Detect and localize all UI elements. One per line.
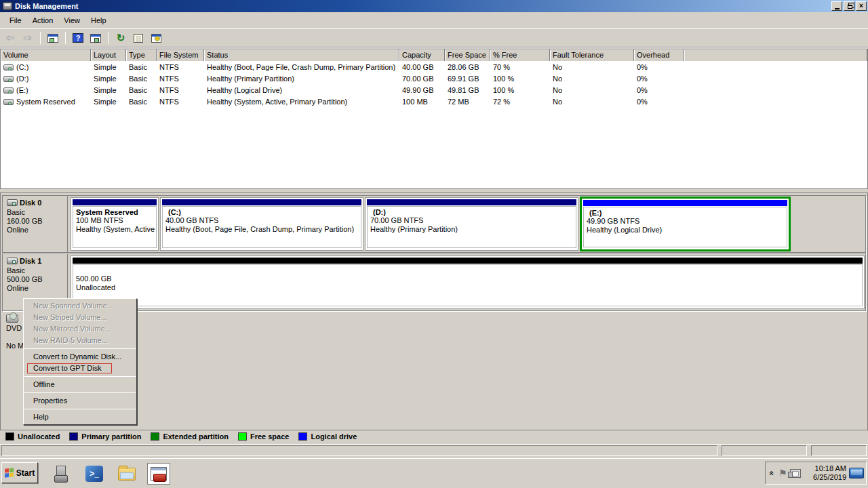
menu-view[interactable]: View — [58, 14, 85, 26]
column-header-pct-free[interactable]: % Free — [490, 49, 550, 61]
legend-swatch — [5, 432, 14, 441]
refresh-button[interactable]: ↻ — [113, 31, 128, 45]
column-header-fault-tolerance[interactable]: Fault Tolerance — [550, 49, 634, 61]
disk-0-partition-strip: System Reserved 100 MB NTFS Healthy (Sys… — [68, 196, 865, 252]
volume-row-e[interactable]: (E:) Simple Basic NTFS Healthy (Logical … — [1, 84, 867, 96]
title-bar: Disk Management × — [0, 0, 868, 12]
volume-name: System Reserved — [16, 98, 75, 106]
volume-free: 72 MB — [445, 97, 490, 106]
partition-system-reserved[interactable]: System Reserved 100 MB NTFS Healthy (Sys… — [71, 197, 159, 251]
volume-fs: NTFS — [157, 74, 204, 83]
volume-overhead: 0% — [634, 62, 684, 72]
powershell-icon: >_ — [85, 466, 103, 482]
disk-icon — [7, 258, 18, 264]
show-console-tree-button[interactable] — [45, 31, 60, 45]
network-icon[interactable] — [790, 469, 801, 478]
menu-item-new-spanned-volume: New Spanned Volume... — [24, 300, 136, 312]
taskbar-powershell-button[interactable]: >_ — [83, 463, 106, 485]
partition-name: (C:) — [165, 208, 358, 216]
show-action-pane-button[interactable] — [88, 31, 103, 45]
menu-item-offline[interactable]: Offline — [24, 379, 136, 390]
taskbar-server-manager-button[interactable] — [50, 463, 73, 485]
column-header-type[interactable]: Type — [126, 49, 157, 61]
disk-1-partition-strip: 500.00 GB Unallocated — [68, 254, 865, 310]
volume-free: 69.91 GB — [445, 74, 490, 83]
partition-name: (E:) — [587, 209, 784, 217]
volume-icon — [3, 87, 14, 94]
volume-pct-free: 100 % — [490, 74, 550, 83]
partition-size: 49.90 GB NTFS — [587, 217, 784, 226]
partition-size: 100 MB NTFS — [76, 216, 153, 225]
rescan-disks-button[interactable] — [149, 31, 163, 45]
menu-item-help[interactable]: Help — [24, 411, 136, 423]
volume-row-system-reserved[interactable]: System Reserved Simple Basic NTFS Health… — [1, 96, 867, 107]
menu-item-properties[interactable]: Properties — [24, 395, 136, 407]
tray-clock[interactable]: 10:18 AM 6/25/2019 — [804, 464, 846, 482]
show-hidden-icons-button[interactable]: « — [767, 469, 776, 477]
column-header-free-space[interactable]: Free Space — [445, 49, 490, 61]
menu-item-convert-to-dynamic-disk[interactable]: Convert to Dynamic Disk... — [24, 351, 136, 363]
volume-fault-tolerance: No — [550, 85, 634, 95]
disk-name: Disk 0 — [20, 199, 41, 207]
disk-size: 160.00 GB — [7, 217, 64, 226]
volume-capacity: 70.00 GB — [399, 74, 445, 83]
volume-type: Basic — [126, 62, 157, 72]
volume-fs: NTFS — [157, 62, 204, 72]
volume-status: Healthy (Boot, Page File, Crash Dump, Pr… — [204, 62, 399, 72]
volume-row-d[interactable]: (D:) Simple Basic NTFS Healthy (Primary … — [1, 73, 867, 84]
show-desktop-icon[interactable] — [849, 468, 864, 479]
menu-action[interactable]: Action — [27, 14, 59, 26]
column-header-capacity[interactable]: Capacity — [399, 49, 445, 61]
partition-type-bar — [73, 199, 157, 205]
disk-kind: Basic — [7, 266, 64, 275]
menu-help[interactable]: Help — [85, 14, 112, 26]
properties-button[interactable] — [131, 31, 146, 45]
taskbar: Start >_ « ⚑ 10:18 AM 6/25/2019 — [0, 458, 868, 488]
menu-separator — [24, 376, 136, 377]
column-header-volume[interactable]: Volume — [1, 49, 91, 61]
disk-0-label-panel[interactable]: Disk 0 Basic 160.00 GB Online — [3, 196, 68, 252]
partition-status: Healthy (System, Active — [76, 225, 153, 234]
volume-free: 49.81 GB — [445, 85, 490, 95]
menu-item-new-mirrored-volume: New Mirrored Volume... — [24, 323, 136, 335]
restore-button[interactable] — [844, 1, 854, 11]
close-button[interactable]: × — [856, 1, 867, 11]
menu-file[interactable]: File — [4, 14, 27, 26]
volume-capacity: 49.90 GB — [399, 85, 445, 95]
volume-fault-tolerance: No — [550, 74, 634, 83]
taskbar-file-explorer-button[interactable] — [115, 463, 138, 485]
column-header-file-system[interactable]: File System — [157, 49, 204, 61]
unallocated-region[interactable]: 500.00 GB Unallocated — [71, 256, 865, 309]
action-center-flag-icon[interactable]: ⚑ — [778, 468, 787, 479]
window-title: Disk Management — [15, 2, 831, 10]
volume-name: (C:) — [16, 63, 28, 71]
volume-icon — [3, 64, 14, 70]
toolbar-separator — [65, 32, 66, 44]
folder-icon — [118, 468, 136, 481]
minimize-button[interactable] — [831, 1, 842, 11]
menu-item-new-striped-volume: New Striped Volume... — [24, 312, 136, 323]
server-manager-icon — [56, 466, 66, 482]
column-header-status[interactable]: Status — [204, 49, 399, 61]
disk-state: Online — [7, 226, 64, 235]
column-header-overhead[interactable]: Overhead — [634, 49, 684, 61]
volume-type: Basic — [126, 85, 157, 95]
menu-item-convert-to-gpt-disk[interactable]: Convert to GPT Disk — [24, 363, 136, 374]
console-tree-icon — [47, 34, 58, 43]
start-button[interactable]: Start — [1, 462, 38, 483]
partition-c[interactable]: (C:) 40.00 GB NTFS Healthy (Boot, Page F… — [160, 197, 363, 251]
partition-d[interactable]: (D:) 70.00 GB NTFS Healthy (Primary Part… — [365, 197, 578, 251]
refresh-icon: ↻ — [117, 32, 125, 44]
volume-row-c[interactable]: (C:) Simple Basic NTFS Healthy (Boot, Pa… — [1, 61, 867, 73]
partition-type-bar — [583, 200, 787, 206]
volume-list-header: Volume Layout Type File System Status Ca… — [1, 49, 867, 61]
partition-e-logical-drive[interactable]: (E:) 49.90 GB NTFS Healthy (Logical Driv… — [580, 197, 791, 251]
column-header-layout[interactable]: Layout — [91, 49, 126, 61]
taskbar-disk-management-button[interactable] — [147, 463, 170, 485]
highlight-box — [27, 363, 112, 373]
status-panel — [1, 445, 717, 456]
menu-separator — [24, 348, 136, 349]
help-button[interactable]: ? — [71, 31, 85, 45]
help-icon: ? — [73, 33, 83, 43]
disk-state: Online — [7, 284, 64, 293]
